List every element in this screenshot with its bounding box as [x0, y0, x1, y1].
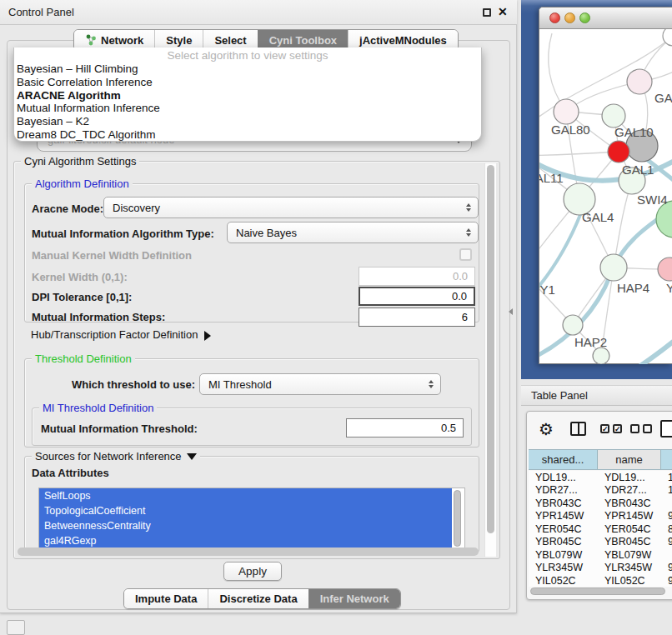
network-node[interactable] [608, 141, 629, 162]
mi-threshold-group: MI Threshold Definition Mutual Informati… [32, 408, 472, 446]
which-threshold-value: MI Threshold [208, 378, 272, 391]
attribute-item-selected[interactable]: SelfLoops [39, 488, 452, 503]
algorithm-option-selected[interactable]: ARACNE Algorithm [14, 89, 481, 102]
attribute-item-selected[interactable]: TopologicalCoefficient [39, 503, 452, 518]
tab-label: Impute Data [135, 592, 197, 605]
network-node[interactable] [600, 254, 627, 281]
settings-horizontal-scrollbar[interactable] [17, 547, 481, 558]
table-cell: 13 [661, 472, 672, 483]
network-node[interactable] [658, 258, 672, 281]
algorithm-option[interactable]: Basic Correlation Inference [14, 76, 481, 89]
table-cell: YBL079W [529, 549, 598, 561]
list-vertical-scrollbar[interactable] [454, 490, 463, 548]
mi-steps-field[interactable]: 6 [359, 308, 475, 327]
table-row[interactable]: YER054CYER054C8. [529, 522, 672, 536]
table-row[interactable]: YIL052CYIL052C9 [529, 574, 672, 587]
table-cell: YDR27... [529, 484, 598, 496]
algorithm-option[interactable]: Mutual Information Inference [14, 102, 481, 115]
select-all-checkbox-icon[interactable]: ✓ [600, 424, 609, 433]
table-cell: YBL079W [598, 549, 661, 561]
network-node[interactable] [602, 104, 625, 128]
mi-type-value: Naive Bayes [236, 227, 297, 239]
mi-threshold-group-title: MI Threshold Definition [39, 402, 157, 414]
export-table-icon[interactable] [660, 420, 672, 438]
network-node-label: GAL [654, 91, 672, 105]
sources-group-title: Sources for Network Inference [32, 450, 200, 462]
algorithm-definition-group: Algorithm Definition Aracne Mode: Discov… [24, 183, 479, 322]
network-node-label: HAP4 [617, 281, 649, 295]
network-node[interactable] [593, 348, 609, 364]
dpi-tolerance-label: DPI Tolerance [0,1]: [32, 291, 132, 303]
table-row[interactable]: YBL079WYBL079W [529, 548, 672, 562]
network-panel: GALGAL80GAL10GAL1GAL11SWI4GAL4GCY1HAP4YH… [521, 0, 672, 379]
network-window-titlebar[interactable] [539, 8, 672, 29]
network-node-label: SWI4 [637, 192, 668, 207]
table-row[interactable]: YDL19...YDL19...13 [529, 471, 672, 484]
zoom-traffic-light-icon[interactable] [579, 12, 590, 23]
column-header[interactable]: name [598, 450, 661, 469]
hub-section-toggle[interactable]: Hub/Transcription Factor Definition [31, 328, 211, 341]
network-node[interactable] [563, 315, 583, 335]
manual-kernel-checkbox[interactable] [459, 248, 472, 261]
tab-discretize-data[interactable]: Discretize Data [208, 589, 308, 608]
panel-collapse-arrow[interactable] [509, 308, 513, 315]
which-threshold-select[interactable]: MI Threshold [199, 373, 441, 395]
table-horizontal-scrollbar[interactable] [529, 587, 672, 597]
close-icon[interactable]: ✕ [498, 5, 508, 18]
tab-impute-data[interactable]: Impute Data [124, 589, 208, 608]
select-all-checkbox-icon[interactable]: ✓ [613, 424, 622, 433]
gear-icon[interactable]: ⚙ [539, 419, 554, 439]
mi-steps-label: Mutual Information Steps: [32, 311, 165, 323]
deselect-all-checkbox-icon[interactable] [630, 424, 639, 433]
corner-button[interactable] [7, 620, 25, 635]
network-node[interactable] [554, 99, 579, 124]
settings-group-title: Cyni Algorithm Settings [21, 155, 139, 168]
dpi-tolerance-field[interactable]: 0.0 [359, 287, 475, 306]
mi-threshold-label: Mutual Information Threshold: [41, 422, 198, 435]
table-cell: YDL19... [598, 472, 661, 483]
network-node-label: GAL80 [551, 122, 590, 137]
attributes-list: SelfLoops TopologicalCoefficient Between… [38, 488, 465, 549]
table-row[interactable]: YPR145WYPR145W9. [529, 510, 672, 523]
float-window-icon[interactable] [483, 8, 491, 17]
bottom-tab-bar: Impute Data Discretize Data Infer Networ… [123, 588, 401, 609]
algorithm-option[interactable]: Bayesian – K2 [14, 115, 481, 128]
cyni-settings-group: Cyni Algorithm Settings Algorithm Defini… [13, 161, 500, 559]
table-cell: YDR27... [598, 484, 661, 496]
attribute-item-selected[interactable]: BetweennessCentrality [39, 518, 452, 533]
apply-button[interactable]: Apply [223, 562, 282, 581]
table-cell: 9. [661, 562, 672, 573]
algorithm-option[interactable]: Dream8 DC_TDC Algorithm [14, 128, 481, 142]
show-columns-icon[interactable] [570, 422, 586, 436]
table-row[interactable]: YBR045CYBR045C9. [529, 536, 672, 549]
network-node[interactable] [627, 69, 652, 94]
settings-vertical-scrollbar[interactable] [484, 163, 496, 557]
table-cell: YBR045C [529, 536, 598, 548]
table-cell: 9. [661, 536, 672, 548]
deselect-all-checkbox-icon[interactable] [643, 424, 652, 433]
table-header-row: shared... name A [529, 449, 672, 470]
mi-type-select[interactable]: Naive Bayes [227, 222, 479, 243]
minimize-traffic-light-icon[interactable] [564, 12, 575, 23]
table-row[interactable]: YLR345WYLR345W9. [529, 562, 672, 575]
close-traffic-light-icon[interactable] [549, 12, 560, 23]
table-row[interactable]: YBR043CYBR043C [529, 497, 672, 510]
network-node-label: GAL1 [622, 162, 654, 177]
algorithm-option[interactable]: Bayesian – Hill Climbing [14, 62, 481, 76]
network-canvas[interactable]: GALGAL80GAL10GAL1GAL11SWI4GAL4GCY1HAP4YH… [539, 29, 672, 364]
mi-threshold-field[interactable]: 0.5 [346, 418, 464, 438]
tab-label: jActiveMNodules [359, 34, 447, 47]
tab-infer-network[interactable]: Infer Network [308, 589, 400, 608]
column-header[interactable]: shared... [529, 450, 598, 469]
column-header[interactable]: A [661, 450, 672, 469]
kernel-width-field[interactable]: 0.0 [359, 267, 475, 286]
table-cell: YER054C [598, 523, 661, 535]
table-cell: YIL052C [598, 575, 661, 587]
table-cell: YPR145W [529, 510, 598, 522]
table-cell: 12 [661, 484, 672, 496]
table-panel-header: Table Panel [521, 385, 672, 406]
stepper-icon [429, 380, 434, 388]
aracne-mode-label: Aracne Mode: [32, 202, 103, 215]
table-row[interactable]: YDR27...YDR27...12 [529, 484, 672, 498]
aracne-mode-select[interactable]: Discovery [103, 197, 479, 218]
